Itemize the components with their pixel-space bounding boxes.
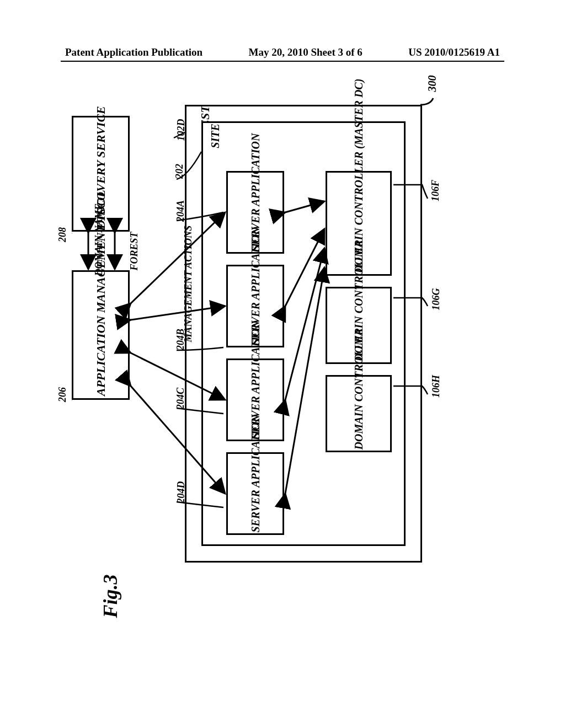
header-rule xyxy=(61,61,504,62)
label-208: 208 xyxy=(55,229,70,240)
app-mgmt-tool-box: APPLICATION MANAGEMENT TOOL xyxy=(72,270,130,400)
server-app-d: SERVER APPLICATION xyxy=(226,452,284,535)
label-106f: 106F xyxy=(425,185,446,196)
figure-label: Fig.3 xyxy=(88,585,132,608)
header-right: US 2010/0125619 A1 xyxy=(408,46,500,58)
figure-ref-300: 300 xyxy=(424,77,440,90)
label-204d: 204D xyxy=(170,486,192,498)
page-header: Patent Application Publication May 20, 2… xyxy=(0,46,565,58)
dc-text-h: DOMAIN CONTROLLER xyxy=(353,378,365,449)
label-202: 202 xyxy=(172,165,187,177)
label-domain-name: DOMAIN NAME xyxy=(68,240,93,251)
server-app-d-text: SERVER APPLICATION xyxy=(249,455,262,532)
label-206: 206 xyxy=(55,389,70,400)
header-left: Patent Application Publication xyxy=(65,46,202,58)
header-center: May 20, 2010 Sheet 3 of 6 xyxy=(249,46,363,58)
site-label: SITE xyxy=(209,120,222,153)
label-204c: 204C xyxy=(170,393,191,404)
label-204a: 204A xyxy=(170,205,191,217)
label-mgmt-actions: MANAGEMENT ACTIONS xyxy=(147,295,174,307)
app-mgmt-text: APPLICATION MANAGEMENT TOOL xyxy=(94,275,108,396)
dc-box-h: DOMAIN CONTROLLER xyxy=(326,375,392,452)
label-106h: 106H xyxy=(425,381,447,392)
label-102d: 102D xyxy=(170,124,192,136)
label-forest-arrow: FOREST xyxy=(115,245,153,257)
diagram: 300 FOREST SITE DOMAIN CONTROLLER (MASTE… xyxy=(72,77,447,640)
label-106g: 106G xyxy=(425,293,447,305)
